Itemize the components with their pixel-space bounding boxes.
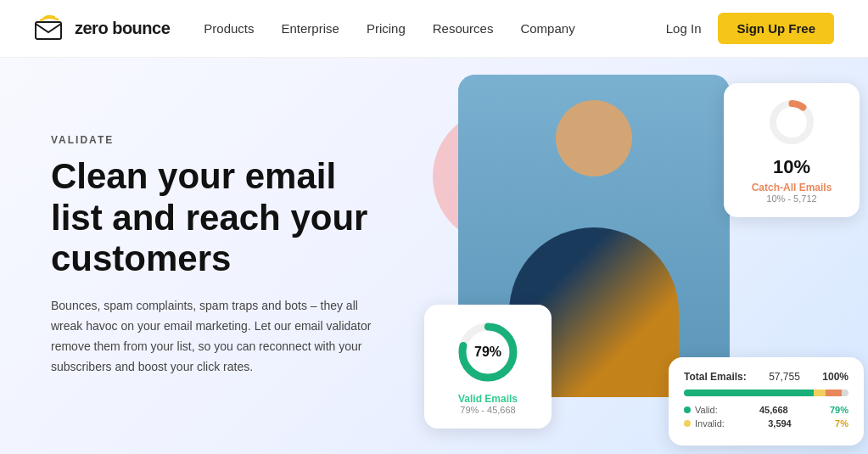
pb-invalid bbox=[814, 390, 826, 396]
totals-valid-label: Valid: bbox=[695, 405, 718, 415]
catchall-percent: 10% bbox=[741, 156, 843, 178]
totals-invalid-label: Invalid: bbox=[695, 418, 725, 429]
logo-text: zero bounce bbox=[75, 19, 170, 38]
table-row-invalid: Invalid: 3,594 7% bbox=[684, 418, 848, 429]
catchall-label: Catch-All Emails bbox=[741, 182, 843, 193]
nav-resources[interactable]: Resources bbox=[433, 21, 494, 36]
login-link[interactable]: Log In bbox=[666, 21, 702, 36]
hero-left: VALIDATE Clean your email list and reach… bbox=[0, 58, 407, 454]
nav-company[interactable]: Company bbox=[520, 21, 574, 36]
nav-products[interactable]: Products bbox=[204, 21, 254, 36]
table-row-valid: Valid: 45,668 79% bbox=[684, 405, 848, 415]
hero-section: VALIDATE Clean your email list and reach… bbox=[0, 58, 868, 454]
logo[interactable]: zero bounce bbox=[34, 15, 170, 42]
pb-other bbox=[842, 390, 848, 396]
nav-links: Products Enterprise Pricing Resources Co… bbox=[204, 21, 665, 36]
person-head bbox=[556, 100, 632, 177]
catchall-sub: 10% - 5,712 bbox=[741, 193, 843, 204]
totals-progress-bar bbox=[684, 390, 848, 396]
valid-sub: 79% - 45,668 bbox=[441, 405, 535, 415]
navbar: zero bounce Products Enterprise Pricing … bbox=[0, 0, 868, 58]
card-valid: 79% Valid Emails 79% - 45,668 bbox=[424, 305, 552, 429]
nav-enterprise[interactable]: Enterprise bbox=[282, 21, 339, 36]
totals-valid-pct: 79% bbox=[830, 405, 848, 415]
dot-valid bbox=[684, 406, 691, 413]
hero-right: 10% Catch-All Emails 10% - 5,712 79% Val… bbox=[407, 58, 868, 454]
pb-catchall bbox=[826, 390, 842, 396]
card-totals: Total Emails: 57,755 100% Valid: 45,668 … bbox=[669, 357, 864, 446]
valid-label: Valid Emails bbox=[441, 393, 535, 405]
totals-title: Total Emails: bbox=[684, 371, 747, 383]
valid-percent-overlay: 79% bbox=[474, 345, 501, 360]
signup-button[interactable]: Sign Up Free bbox=[718, 13, 834, 44]
totals-invalid-pct: 7% bbox=[835, 418, 848, 429]
validate-label: VALIDATE bbox=[51, 134, 373, 146]
pb-valid bbox=[684, 390, 814, 396]
totals-invalid-value: 3,594 bbox=[768, 418, 792, 429]
hero-description: Bounces, spam complaints, spam traps and… bbox=[51, 296, 373, 377]
totals-total-num: 57,755 bbox=[769, 371, 800, 383]
nav-actions: Log In Sign Up Free bbox=[666, 13, 834, 44]
totals-invalid-label-group: Invalid: bbox=[684, 418, 725, 429]
svg-rect-0 bbox=[36, 22, 61, 39]
dot-invalid bbox=[684, 420, 691, 427]
totals-valid-label-group: Valid: bbox=[684, 405, 718, 415]
hero-title: Clean your email list and reach your cus… bbox=[51, 156, 373, 279]
totals-total-pct: 100% bbox=[822, 371, 848, 383]
totals-valid-value: 45,668 bbox=[759, 405, 788, 415]
card-catchall: 10% Catch-All Emails 10% - 5,712 bbox=[724, 83, 860, 217]
nav-pricing[interactable]: Pricing bbox=[367, 21, 406, 36]
